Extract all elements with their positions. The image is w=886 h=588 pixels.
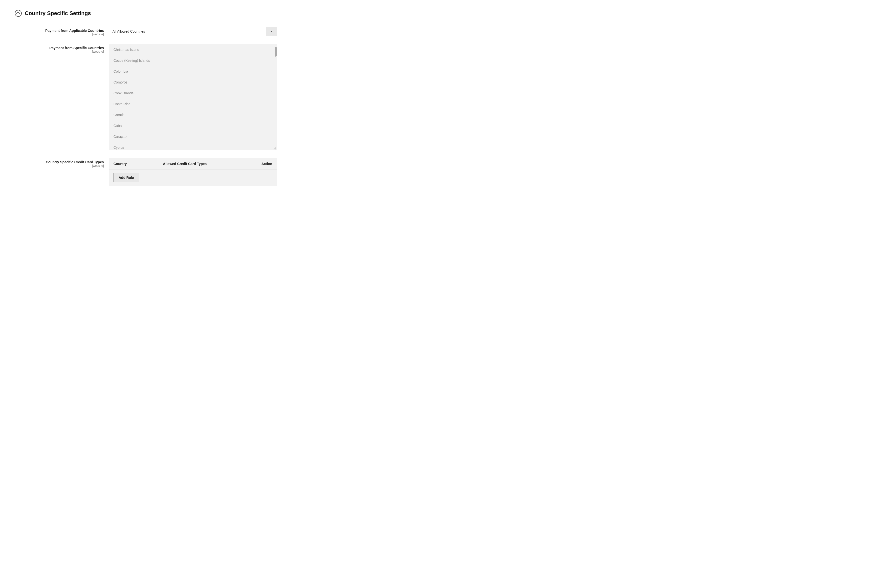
payment-applicable-label: Payment from Applicable Countries [25,28,104,33]
credit-card-control: Country Allowed Credit Card Types Action… [109,158,277,186]
list-item[interactable]: Christmas Island [109,44,277,55]
applicable-countries-select[interactable]: All Allowed Countries [109,27,277,36]
list-item[interactable]: Curaçao [109,131,277,142]
resize-handle[interactable] [273,147,276,150]
list-item[interactable]: Costa Rica [109,99,277,110]
column-action: Action [242,162,272,166]
payment-specific-label-group: Payment from Specific Countries [website… [25,44,109,53]
credit-card-sub-label: [website] [25,164,104,168]
credit-card-label-group: Country Specific Credit Card Types [webs… [25,158,109,168]
applicable-countries-value: All Allowed Countries [109,27,266,36]
applicable-countries-dropdown-arrow[interactable] [266,27,277,36]
credit-card-label: Country Specific Credit Card Types [25,160,104,164]
country-list[interactable]: Christmas Island Cocos (Keeling) Islands… [109,44,277,150]
list-item[interactable]: Cook Islands [109,88,277,99]
payment-applicable-control: All Allowed Countries [109,27,277,36]
list-item[interactable]: Cuba [109,120,277,131]
list-item[interactable]: Croatia [109,110,277,120]
section-title: Country Specific Settings [25,10,91,16]
credit-card-types-row: Country Specific Credit Card Types [webs… [15,158,331,186]
payment-applicable-label-group: Payment from Applicable Countries [websi… [25,27,109,36]
add-rule-button[interactable]: Add Rule [113,173,139,182]
list-item[interactable]: Cocos (Keeling) Islands [109,55,277,66]
payment-specific-label: Payment from Specific Countries [25,46,104,50]
svg-line-2 [276,149,276,150]
list-item[interactable]: Cyprus [109,142,277,150]
list-item[interactable]: Comoros [109,77,277,88]
column-allowed-types: Allowed Credit Card Types [163,162,242,166]
list-item[interactable]: Colombia [109,66,277,77]
collapse-icon[interactable] [15,10,22,17]
section-header: Country Specific Settings [15,10,331,17]
credit-card-table: Country Allowed Credit Card Types Action… [109,158,277,186]
table-header-row: Country Allowed Credit Card Types Action [109,158,277,170]
payment-applicable-sub-label: [website] [25,33,104,36]
payment-applicable-row: Payment from Applicable Countries [websi… [15,27,331,36]
scrollbar-thumb [275,47,277,57]
page-container: Country Specific Settings Payment from A… [0,0,346,204]
payment-specific-control: Christmas Island Cocos (Keeling) Islands… [109,44,277,150]
payment-specific-row: Payment from Specific Countries [website… [15,44,331,150]
table-body: Add Rule [109,170,277,186]
column-country: Country [113,162,163,166]
payment-specific-sub-label: [website] [25,50,104,53]
